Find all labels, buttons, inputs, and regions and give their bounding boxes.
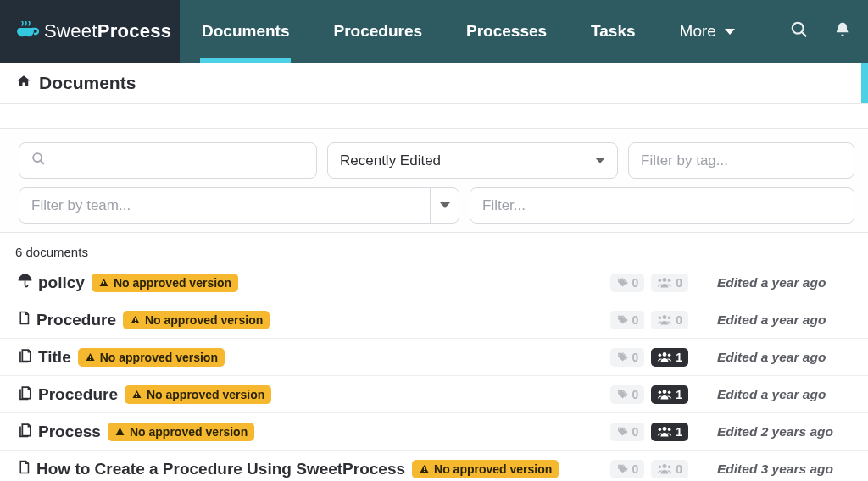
tag-count: 0 [610,423,644,441]
document-name: How to Create a Procedure Using SweetPro… [36,460,405,478]
edited-time: Edited a year ago [717,275,853,290]
svg-point-27 [668,390,671,394]
edited-time: Edited a year ago [717,350,853,365]
row-stats: 01 [574,423,688,441]
svg-point-25 [663,390,667,394]
status-badge: No approved version [108,423,254,441]
svg-point-8 [659,279,662,282]
svg-point-9 [668,279,671,282]
row-stats: 00 [574,311,688,329]
status-badge: No approved version [123,311,270,329]
tag-count: 0 [610,385,644,404]
row-stats: 00 [574,274,688,292]
document-list: policyNo approved version00Edited a year… [0,264,868,481]
row-stats: 00 [574,460,688,478]
user-count: 1 [651,385,688,404]
doc-type-icon [17,347,33,367]
svg-point-20 [659,353,662,357]
svg-point-18 [620,354,621,356]
top-nav: Documents Procedures Processes Tasks Mor… [180,0,868,63]
doc-type-icon [17,310,31,329]
document-name: Procedure [38,385,118,404]
team-filter-select[interactable]: Filter by team... [19,187,459,224]
brand-logo[interactable]: SweetProcess [0,0,180,63]
row-stats: 01 [574,385,688,404]
document-row[interactable]: TitleNo approved version01Edited a year … [0,339,868,376]
svg-point-31 [663,427,667,431]
search-icon[interactable] [790,20,809,42]
document-name: Title [38,348,71,367]
filter-panel: Recently Edited Filter by tag... Filter … [0,128,868,233]
svg-rect-4 [103,281,104,284]
document-name: Procedure [36,311,116,329]
svg-point-19 [663,352,667,357]
document-row[interactable]: policyNo approved version00Edited a year… [0,264,868,301]
home-icon [15,74,32,92]
document-name: Process [38,423,101,441]
status-badge: No approved version [412,460,559,478]
nav-processes[interactable]: Processes [444,0,569,63]
chevron-down-icon [595,158,605,163]
svg-rect-5 [103,285,104,285]
document-row[interactable]: ProcedureNo approved version01Edited a y… [0,376,868,413]
svg-rect-34 [424,467,425,470]
document-count: 6 documents [0,233,868,264]
svg-point-39 [668,465,671,468]
sort-value: Recently Edited [340,152,441,169]
svg-rect-28 [120,430,120,433]
edited-time: Edited a year ago [717,312,853,328]
svg-point-0 [793,23,804,34]
svg-point-33 [668,428,671,431]
svg-point-37 [663,464,667,468]
edited-time: Edited 2 years ago [717,424,853,440]
nav-more[interactable]: More [658,0,757,63]
generic-filter-input[interactable]: Filter... [470,187,854,224]
svg-point-26 [659,390,662,394]
tag-count: 0 [610,348,644,367]
search-icon [31,152,46,170]
tag-filter-input[interactable]: Filter by tag... [628,142,854,179]
svg-point-24 [620,391,621,393]
chevron-down-icon [725,29,735,35]
user-count: 1 [651,423,688,441]
svg-point-38 [659,465,662,468]
svg-rect-16 [90,356,91,358]
doc-type-icon [17,273,33,292]
page-title: Documents [39,73,136,93]
sort-select[interactable]: Recently Edited [327,142,618,179]
search-input[interactable] [19,142,317,179]
document-row[interactable]: How to Create a Procedure Using SweetPro… [0,451,868,481]
svg-rect-22 [136,393,137,395]
nav-documents[interactable]: Documents [180,0,311,63]
doc-type-icon [17,384,33,404]
svg-line-3 [41,160,44,163]
brand-text: SweetProcess [44,20,171,42]
cup-icon [17,21,39,41]
bell-icon[interactable] [834,20,851,42]
page-accent [861,63,868,103]
svg-rect-17 [90,359,91,360]
user-count: 1 [651,348,688,367]
user-count: 0 [651,460,688,478]
svg-point-7 [663,278,667,282]
svg-rect-29 [120,434,120,434]
svg-rect-10 [135,318,136,321]
document-row[interactable]: ProcedureNo approved version00Edited a y… [0,301,868,339]
tag-count: 0 [610,311,644,329]
page-heading-bar: Documents [0,63,868,104]
nav-tasks[interactable]: Tasks [569,0,657,63]
edited-time: Edited a year ago [717,387,853,402]
app-header: SweetProcess Documents Procedures Proces… [0,0,868,63]
doc-type-icon [17,459,31,478]
svg-point-36 [620,466,621,467]
row-stats: 01 [574,348,688,367]
status-badge: No approved version [125,385,271,404]
status-badge: No approved version [78,348,225,367]
nav-procedures[interactable]: Procedures [311,0,444,63]
document-row[interactable]: ProcessNo approved version01Edited 2 yea… [0,413,868,451]
svg-point-15 [668,316,671,319]
status-badge: No approved version [92,274,238,292]
svg-point-13 [663,315,667,319]
tag-count: 0 [610,460,644,478]
edited-time: Edited 3 years ago [717,462,853,477]
